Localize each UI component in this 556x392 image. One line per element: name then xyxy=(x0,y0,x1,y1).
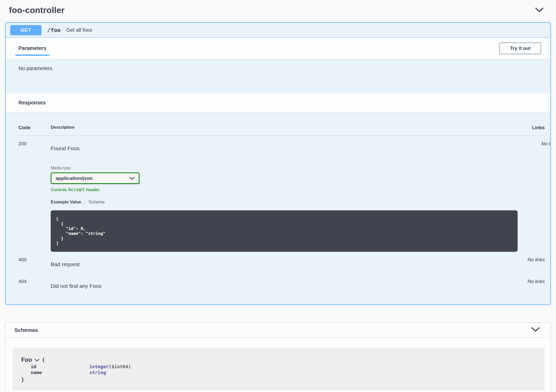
schemas-body: Foo { id integer($int64) name string } xyxy=(5,337,551,392)
response-description-cell: Bad request xyxy=(51,256,504,267)
tab-divider xyxy=(85,199,85,205)
response-code: 400 xyxy=(18,256,51,267)
model-close-brace-row: } xyxy=(21,377,544,382)
accept-header-code: Accept xyxy=(68,187,85,192)
chevron-down-icon xyxy=(35,359,39,362)
http-method-badge: GET xyxy=(10,25,41,35)
model-property-name: name string xyxy=(21,370,544,375)
collapse-controller-button[interactable] xyxy=(535,7,544,13)
chevron-down-icon xyxy=(535,7,544,13)
column-header-code: Code xyxy=(18,125,51,130)
property-type: integer xyxy=(89,364,109,369)
response-description: Did not find any Foos xyxy=(51,283,504,289)
media-type-label: Media type xyxy=(51,166,518,170)
no-parameters-text: No parameters xyxy=(18,66,550,71)
schemas-header[interactable]: Schemas xyxy=(5,323,551,337)
response-description: Found Foos xyxy=(51,145,518,151)
accept-header-note: Controls Accept header. xyxy=(51,187,518,192)
tab-parameters: Parameters xyxy=(15,45,49,51)
responses-title: Responses xyxy=(18,100,46,106)
operation-summary-text: Get all foos xyxy=(66,27,92,33)
try-it-out-button[interactable]: Try it out xyxy=(499,42,541,54)
response-row-400: 400 Bad request No links xyxy=(18,252,545,274)
chevron-down-icon xyxy=(130,176,135,181)
example-schema-tabs: Example Value Schema xyxy=(51,199,518,205)
response-code: 404 xyxy=(18,278,51,289)
response-description-cell: Found Foos Media type application/json C… xyxy=(51,140,518,252)
column-header-description: Description xyxy=(51,125,504,130)
operation-path[interactable]: /foo xyxy=(47,27,61,33)
parameters-body: No parameters xyxy=(6,59,550,93)
response-links: No links xyxy=(504,278,545,289)
response-row-200: 200 Found Foos Media type application/js… xyxy=(18,136,545,252)
model-close-brace: } xyxy=(21,377,24,382)
example-json-block: [ { "id": 0, "name": "string" } ] xyxy=(51,210,518,252)
response-row-404: 404 Did not find any Foos No links xyxy=(18,274,545,304)
responses-body: Code Description Links 200 Found Foos Me… xyxy=(6,112,550,304)
operation-get-foo: GET /foo Get all foos Parameters Try it … xyxy=(5,22,551,305)
controller-title: foo-controller xyxy=(9,5,65,15)
controller-header[interactable]: foo-controller xyxy=(0,0,556,21)
parameters-header: Parameters Try it out xyxy=(6,38,550,59)
response-links: No links xyxy=(504,256,545,267)
property-name: name xyxy=(31,370,89,375)
tab-schema[interactable]: Schema xyxy=(89,200,104,205)
model-name: Foo xyxy=(21,356,32,363)
media-type-selected-value: application/json xyxy=(56,176,93,181)
responses-table-header: Code Description Links xyxy=(18,125,545,136)
response-code: 200 xyxy=(18,140,51,252)
response-links: No links xyxy=(518,140,551,252)
model-open-brace: { xyxy=(42,357,45,363)
schemas-title: Schemas xyxy=(14,327,38,333)
schemas-section: Schemas Foo { id integer($int64) name st… xyxy=(5,322,551,392)
media-type-select[interactable]: application/json xyxy=(51,172,140,184)
property-name: id xyxy=(31,364,89,369)
operation-summary[interactable]: GET /foo Get all foos xyxy=(6,23,550,38)
property-format: ($int64) xyxy=(109,364,131,369)
responses-header: Responses xyxy=(6,93,550,112)
chevron-down-icon xyxy=(531,327,540,333)
tab-example-value[interactable]: Example Value xyxy=(51,200,81,205)
model-property-id: id integer($int64) xyxy=(21,364,544,369)
property-type: string xyxy=(89,370,106,375)
response-description: Bad request xyxy=(51,261,504,267)
model-foo: Foo { id integer($int64) name string } xyxy=(13,348,544,390)
response-description-cell: Did not find any Foos xyxy=(51,278,504,289)
column-header-links: Links xyxy=(504,125,545,130)
model-foo-toggle[interactable]: Foo { xyxy=(21,356,544,363)
